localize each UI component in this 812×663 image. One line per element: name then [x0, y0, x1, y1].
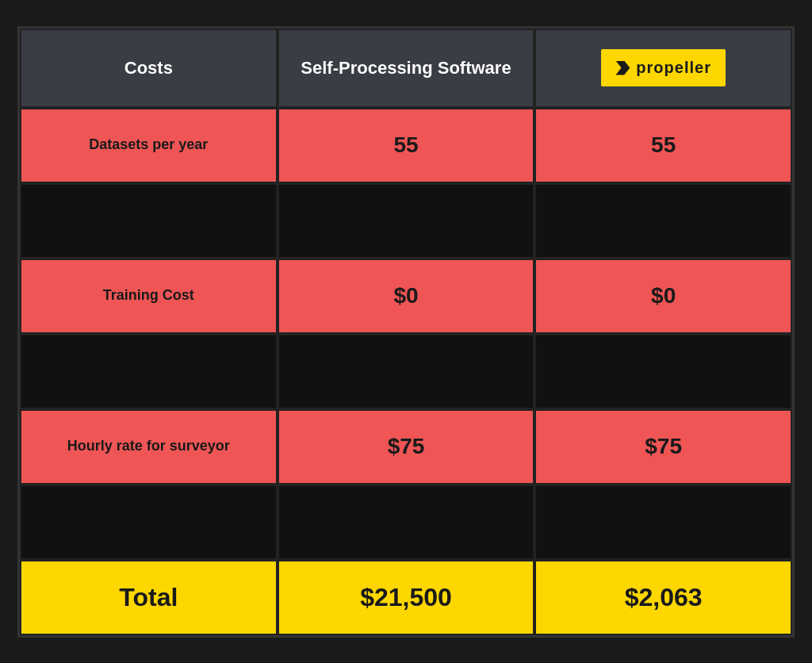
total-label-cell: Total — [20, 560, 278, 635]
training-label-cell: Training Cost — [20, 259, 278, 334]
training-label: Training Cost — [103, 286, 194, 305]
table-grid: Costs Self-Processing Software propeller… — [20, 29, 792, 635]
header-propeller: propeller — [534, 29, 792, 108]
datasets-propeller-value: 55 — [534, 108, 792, 183]
spacer2-col1 — [20, 334, 278, 409]
header-software: Self-Processing Software — [278, 29, 535, 108]
hourly-propeller-value: $75 — [534, 409, 792, 485]
hourly-label: Hourly rate for surveyor — [67, 437, 230, 455]
spacer1-col1 — [20, 183, 278, 259]
spacer3-col1 — [20, 485, 278, 560]
total-label: Total — [119, 583, 178, 612]
propeller-icon — [615, 61, 630, 75]
propeller-logo-text: propeller — [636, 59, 711, 77]
spacer2-col2 — [278, 334, 535, 409]
hourly-label-cell: Hourly rate for surveyor — [20, 409, 278, 485]
cost-comparison-table: Costs Self-Processing Software propeller… — [17, 26, 795, 638]
propeller-logo: propeller — [601, 49, 726, 86]
header-costs-label: Costs — [124, 58, 173, 79]
total-propeller-value: $2,063 — [534, 560, 792, 635]
datasets-propeller-number: 55 — [651, 132, 676, 158]
spacer3-col2 — [278, 485, 535, 560]
datasets-label: Datasets per year — [89, 136, 208, 154]
total-propeller-number: $2,063 — [625, 583, 703, 612]
total-software-value: $21,500 — [278, 560, 535, 635]
training-software-number: $0 — [393, 283, 418, 309]
total-software-number: $21,500 — [360, 583, 452, 612]
header-software-label: Self-Processing Software — [301, 58, 511, 79]
hourly-propeller-number: $75 — [645, 434, 682, 459]
hourly-software-number: $75 — [388, 434, 425, 459]
training-software-value: $0 — [278, 259, 535, 334]
spacer2-col3 — [534, 334, 792, 409]
spacer1-col2 — [278, 183, 535, 259]
training-propeller-value: $0 — [534, 259, 792, 334]
header-costs: Costs — [20, 29, 278, 108]
training-propeller-number: $0 — [651, 283, 676, 309]
hourly-software-value: $75 — [278, 409, 535, 485]
spacer1-col3 — [534, 183, 792, 259]
datasets-label-cell: Datasets per year — [20, 108, 278, 183]
datasets-software-value: 55 — [278, 108, 535, 183]
spacer3-col3 — [534, 485, 792, 560]
datasets-software-number: 55 — [393, 132, 418, 158]
